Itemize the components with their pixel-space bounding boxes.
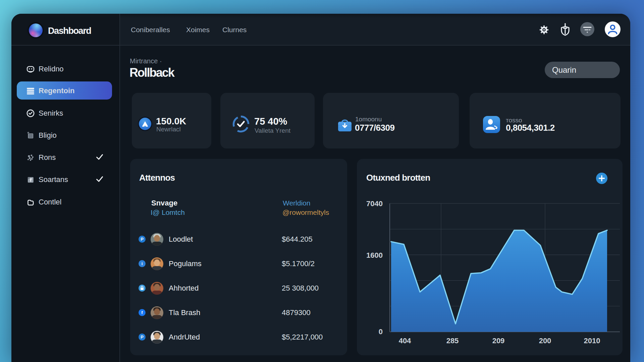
svg-text:1600: 1600 [366, 251, 383, 259]
svg-text:0: 0 [379, 327, 383, 336]
svg-text:285: 285 [446, 337, 459, 345]
svg-text:200: 200 [539, 337, 551, 345]
svg-text:7040: 7040 [366, 199, 383, 208]
svg-text:2010: 2010 [584, 337, 600, 345]
svg-text:209: 209 [492, 337, 505, 345]
svg-text:404: 404 [399, 337, 411, 345]
